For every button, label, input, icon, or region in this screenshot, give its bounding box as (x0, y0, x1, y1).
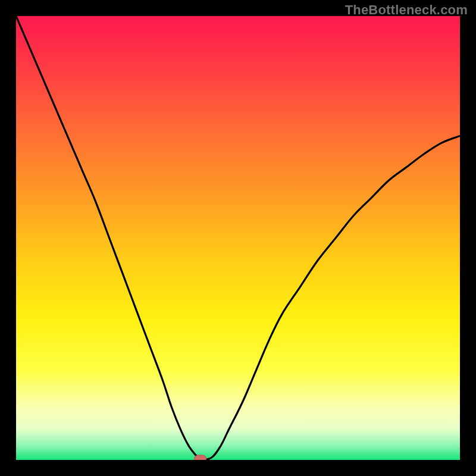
watermark-label: TheBottleneck.com (345, 2, 468, 18)
gradient-background (16, 16, 460, 460)
optimal-point-marker (195, 455, 206, 460)
chart-frame: TheBottleneck.com (0, 0, 476, 476)
bottleneck-curve-plot (16, 16, 460, 460)
plot-svg (16, 16, 460, 460)
